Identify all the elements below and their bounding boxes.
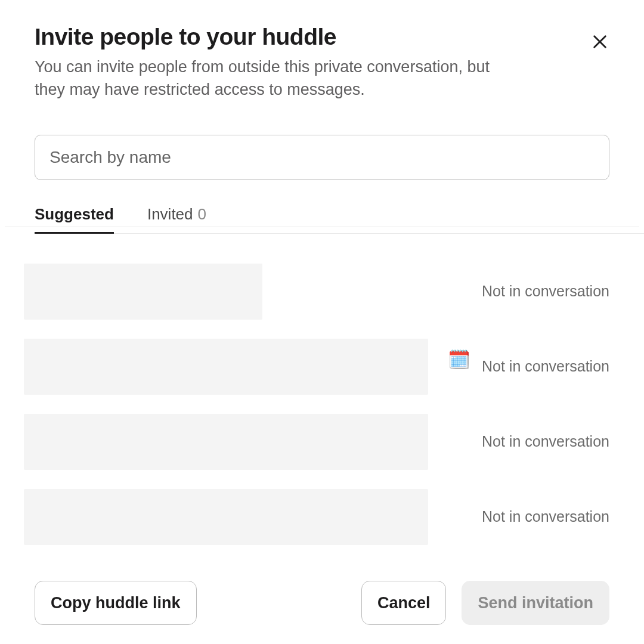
copy-huddle-link-button[interactable]: Copy huddle link (35, 581, 197, 625)
search-wrap (35, 135, 609, 180)
close-icon (592, 33, 608, 50)
tab-suggested[interactable]: Suggested (35, 205, 114, 234)
send-invitation-button[interactable]: Send invitation (462, 581, 609, 625)
list-item-meta: Not in conversation (482, 433, 609, 450)
modal-header: Invite people to your huddle You can inv… (35, 24, 609, 101)
user-placeholder (24, 264, 262, 320)
list-item-status: Not in conversation (482, 508, 609, 525)
list-item-meta: Not in conversation (482, 508, 609, 525)
list-item-status: Not in conversation (482, 433, 609, 450)
spiral_calendar-icon: 🗓️ (448, 351, 470, 369)
user-placeholder (24, 489, 428, 545)
user-placeholder (24, 339, 428, 395)
list-item-status: Not in conversation (482, 283, 609, 300)
cancel-button[interactable]: Cancel (361, 581, 447, 625)
tab-invited-count: 0 (198, 205, 206, 224)
tab-invited[interactable]: Invited 0 (147, 205, 206, 233)
suggestion-list: Not in conversation🗓️Not in conversation… (24, 264, 609, 545)
list-item[interactable]: Not in conversation (24, 414, 609, 470)
search-input[interactable] (35, 135, 609, 180)
modal-footer: Copy huddle link Cancel Send invitation (35, 581, 609, 625)
footer-right: Cancel Send invitation (361, 581, 609, 625)
list-item-meta: Not in conversation (482, 283, 609, 300)
close-button[interactable] (587, 29, 613, 55)
user-placeholder (24, 414, 428, 470)
list-item[interactable]: Not in conversation (24, 264, 609, 320)
list-item[interactable]: 🗓️Not in conversation (24, 339, 609, 395)
tab-invited-label: Invited (147, 205, 193, 224)
invite-modal: Invite people to your huddle You can inv… (0, 0, 644, 644)
list-item[interactable]: Not in conversation (24, 489, 609, 545)
modal-header-text: Invite people to your huddle You can inv… (35, 24, 500, 101)
modal-title: Invite people to your huddle (35, 24, 500, 50)
tabs-divider (5, 227, 639, 227)
tab-suggested-label: Suggested (35, 205, 114, 224)
list-item-meta: 🗓️Not in conversation (448, 358, 609, 376)
list-item-status: Not in conversation (482, 358, 609, 375)
tabs: Suggested Invited 0 (35, 205, 644, 234)
modal-subtitle: You can invite people from outside this … (35, 56, 500, 101)
